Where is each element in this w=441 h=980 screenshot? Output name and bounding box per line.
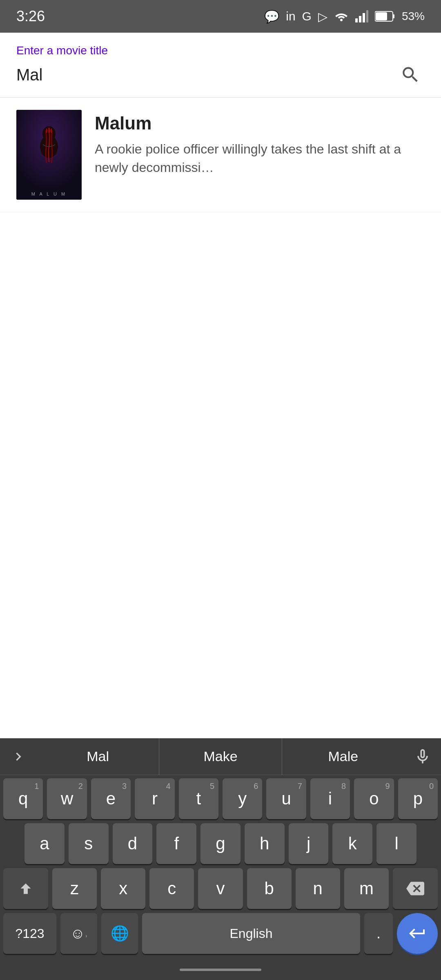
- shift-button[interactable]: [3, 868, 48, 909]
- key-o[interactable]: 9 o: [354, 778, 394, 819]
- svg-text:M A L U M: M A L U M: [31, 192, 67, 196]
- search-button[interactable]: [396, 60, 425, 89]
- suggestions-row: Mal Make Male: [0, 738, 441, 775]
- search-row: Mal: [16, 60, 425, 89]
- svg-rect-6: [393, 14, 394, 18]
- suggestions-list: Mal Make Male: [37, 738, 404, 775]
- num-sym-button[interactable]: ?123: [3, 913, 56, 954]
- search-input[interactable]: Mal: [16, 66, 396, 84]
- result-card[interactable]: M A L U M Malum A rookie police officer …: [0, 98, 441, 212]
- key-q[interactable]: 1 q: [3, 778, 43, 819]
- key-n[interactable]: n: [296, 868, 340, 909]
- home-indicator-bar: [0, 960, 441, 980]
- movie-poster: M A L U M: [16, 110, 82, 200]
- key-rows: 1 q 2 w 3 e 4 r 5 t 6 y: [0, 775, 441, 909]
- key-z[interactable]: z: [52, 868, 97, 909]
- microphone-icon: [414, 748, 432, 766]
- svg-point-0: [340, 19, 343, 21]
- key-i[interactable]: 8 i: [310, 778, 350, 819]
- backspace-icon: [406, 880, 424, 898]
- keyboard: Mal Make Male 1 q 2 w 3 e: [0, 738, 441, 980]
- signal-icon: [355, 10, 368, 22]
- status-icons: 💬 in G ▷ 53%: [264, 9, 425, 24]
- movie-description: A rookie police officer willingly takes …: [95, 140, 425, 177]
- keyboard-row-3: z x c v b n m: [3, 868, 438, 909]
- search-label: Enter a movie title: [16, 44, 425, 57]
- keyboard-row-2: a s d f g h j k l: [3, 823, 438, 864]
- battery-icon: [375, 11, 395, 22]
- status-time: 3:26: [16, 8, 45, 25]
- empty-area: [0, 212, 441, 457]
- key-b[interactable]: b: [247, 868, 292, 909]
- chevron-right-icon: [10, 748, 27, 765]
- svg-rect-4: [366, 10, 368, 22]
- key-p[interactable]: 0 p: [398, 778, 438, 819]
- enter-icon: [408, 924, 427, 943]
- wifi-icon: [334, 10, 349, 22]
- space-button[interactable]: English: [142, 913, 360, 954]
- shift-icon: [18, 880, 34, 897]
- key-m[interactable]: m: [344, 868, 389, 909]
- comma-label: ,: [85, 929, 88, 938]
- key-f[interactable]: f: [156, 823, 196, 864]
- key-w[interactable]: 2 w: [47, 778, 87, 819]
- key-j[interactable]: j: [289, 823, 329, 864]
- results-area: M A L U M Malum A rookie police officer …: [0, 98, 441, 212]
- home-indicator: [180, 969, 261, 971]
- search-area: Enter a movie title Mal: [0, 33, 441, 98]
- key-e[interactable]: 3 e: [91, 778, 131, 819]
- key-u[interactable]: 7 u: [266, 778, 306, 819]
- keyboard-bottom-row: ?123 ☺ , 🌐 English .: [0, 913, 441, 960]
- whatsapp-icon: 💬: [264, 9, 279, 24]
- keyboard-row-1: 1 q 2 w 3 e 4 r 5 t 6 y: [3, 778, 438, 819]
- key-l[interactable]: l: [376, 823, 416, 864]
- suggestion-male[interactable]: Male: [282, 738, 404, 775]
- poster-background: M A L U M: [16, 110, 82, 200]
- google-icon: G: [302, 9, 312, 23]
- period-button[interactable]: .: [364, 913, 393, 954]
- battery-percentage: 53%: [402, 10, 425, 23]
- poster-figure: M A L U M: [16, 110, 82, 200]
- key-h[interactable]: h: [245, 823, 285, 864]
- suggestion-make[interactable]: Make: [159, 738, 281, 775]
- microphone-button[interactable]: [404, 738, 441, 775]
- play-icon: ▷: [318, 9, 327, 24]
- key-d[interactable]: d: [113, 823, 153, 864]
- key-t[interactable]: 5 t: [179, 778, 218, 819]
- key-c[interactable]: c: [149, 868, 194, 909]
- svg-rect-1: [355, 18, 358, 22]
- suggestions-expand-button[interactable]: [0, 738, 37, 775]
- svg-rect-2: [359, 16, 361, 22]
- emoji-button[interactable]: ☺ ,: [60, 913, 97, 954]
- key-v[interactable]: v: [198, 868, 243, 909]
- key-k[interactable]: k: [332, 823, 372, 864]
- svg-rect-7: [376, 12, 387, 20]
- globe-icon: 🌐: [111, 925, 129, 942]
- svg-rect-3: [363, 13, 365, 22]
- key-g[interactable]: g: [200, 823, 241, 864]
- key-a[interactable]: a: [24, 823, 65, 864]
- status-bar: 3:26 💬 in G ▷ 53%: [0, 0, 441, 33]
- emoji-icon: ☺: [70, 925, 85, 942]
- linkedin-icon: in: [286, 9, 295, 23]
- language-button[interactable]: 🌐: [101, 913, 138, 954]
- backspace-button[interactable]: [393, 868, 438, 909]
- movie-info: Malum A rookie police officer willingly …: [82, 110, 425, 177]
- enter-button[interactable]: [397, 913, 438, 954]
- key-y[interactable]: 6 y: [223, 778, 262, 819]
- key-r[interactable]: 4 r: [135, 778, 174, 819]
- search-icon: [400, 65, 421, 85]
- suggestion-mal[interactable]: Mal: [37, 738, 159, 775]
- key-x[interactable]: x: [101, 868, 145, 909]
- movie-title: Malum: [95, 113, 425, 134]
- key-s[interactable]: s: [69, 823, 109, 864]
